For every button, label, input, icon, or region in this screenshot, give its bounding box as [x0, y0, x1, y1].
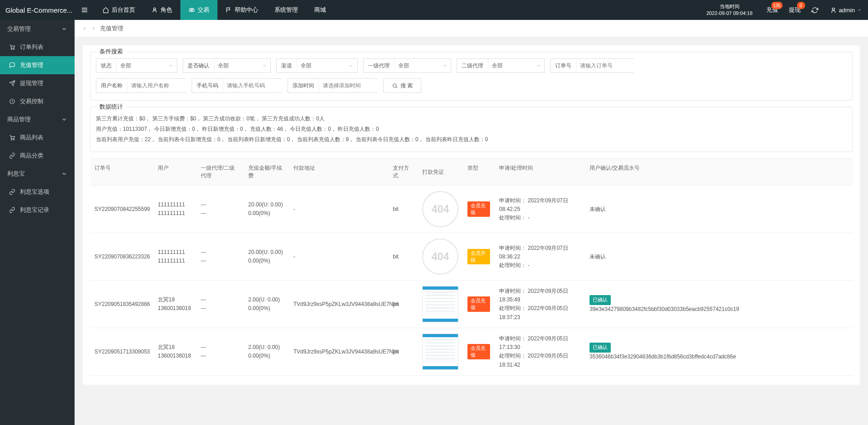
topnav-后台首页[interactable]: 后台首页: [94, 0, 143, 20]
svg-point-0: [154, 8, 156, 10]
recharge-link[interactable]: 充值 135: [761, 0, 783, 20]
refresh-button[interactable]: [806, 0, 824, 20]
refresh-icon: [811, 7, 818, 14]
brand: Global E-Commerce...: [0, 6, 75, 14]
local-time: 当地时间 2022-09-07 09:04:18: [698, 1, 760, 19]
topnav-帮助中心[interactable]: 帮助中心: [217, 0, 266, 20]
svg-point-1: [832, 8, 835, 10]
topnav: 后台首页角色交易帮助中心系统管理商城: [94, 0, 334, 20]
flag-icon: [226, 7, 232, 13]
sidebar-toggle[interactable]: [75, 0, 94, 20]
topnav-交易[interactable]: 交易: [180, 0, 217, 20]
user-icon: [151, 7, 158, 13]
withdraw-link[interactable]: 提现 0: [783, 0, 806, 20]
topnav-商城[interactable]: 商城: [306, 0, 334, 20]
chevron-up-icon: [857, 8, 862, 12]
home-icon: [103, 7, 109, 13]
topbar: Global E-Commerce... 后台首页角色交易帮助中心系统管理商城 …: [0, 0, 868, 20]
user-menu[interactable]: admin: [824, 0, 868, 20]
topbar-right: 当地时间 2022-09-07 09:04:18 充值 135 提现 0 adm…: [698, 0, 868, 20]
menu-icon: [81, 6, 88, 14]
topnav-角色[interactable]: 角色: [143, 0, 180, 20]
topnav-系统管理[interactable]: 系统管理: [266, 0, 306, 20]
recharge-badge: 135: [771, 2, 783, 9]
withdraw-badge: 0: [797, 2, 805, 9]
scale-icon: [189, 7, 195, 13]
user-icon: [830, 7, 837, 14]
